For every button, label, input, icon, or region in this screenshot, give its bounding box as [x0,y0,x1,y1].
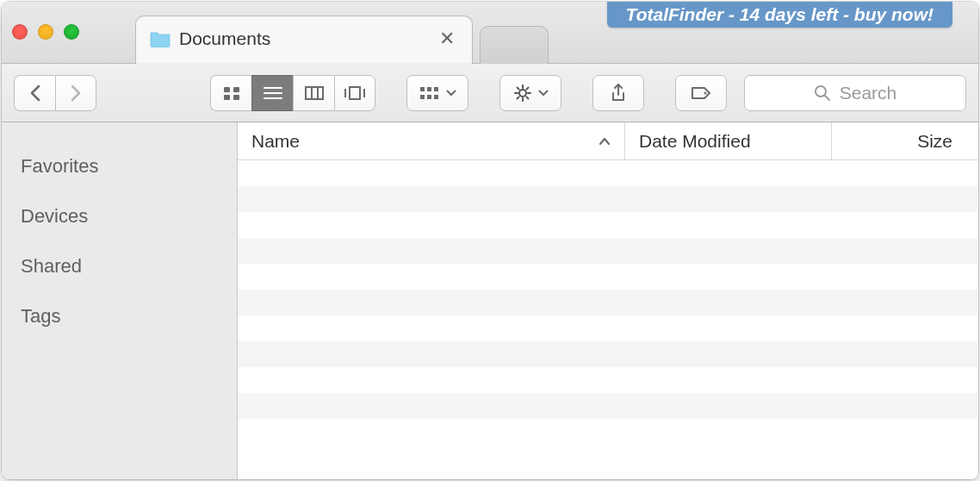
coverflow-icon [342,84,368,102]
svg-point-29 [816,86,826,97]
column-label: Size [917,131,952,152]
content: Name Date Modified Size [238,122,978,479]
svg-rect-15 [434,87,438,91]
list-row [238,186,978,212]
svg-line-30 [825,96,829,100]
chevron-left-icon [29,84,41,102]
folder-icon [150,30,171,47]
svg-rect-16 [420,95,425,99]
svg-rect-13 [420,87,425,91]
svg-rect-3 [233,95,239,100]
svg-line-24 [518,87,519,89]
svg-rect-14 [427,87,431,91]
sidebar-section-tags[interactable]: Tags [2,291,237,341]
chevron-right-icon [70,84,82,102]
svg-rect-2 [224,95,230,100]
list-row [238,341,978,367]
column-label: Date Modified [639,131,751,152]
list-row [238,290,978,315]
gear-icon [512,84,533,103]
svg-point-19 [519,90,526,97]
sidebar-section-shared[interactable]: Shared [2,241,237,291]
list-icon [262,84,284,102]
grid-icon [222,84,241,102]
svg-rect-7 [306,87,323,99]
search-icon [814,84,831,102]
file-list [238,160,978,479]
tab-title: Documents [179,28,436,49]
column-label: Name [251,131,300,152]
share-icon [610,83,627,103]
svg-rect-18 [434,95,438,99]
svg-point-28 [704,91,707,94]
forward-button[interactable] [55,75,96,111]
tab-bar: Documents ✕ [135,10,549,64]
toolbar: Search [2,64,978,122]
body: Favorites Devices Shared Tags Name Date … [2,122,978,479]
fullscreen-window-button[interactable] [64,24,79,40]
sort-ascending-icon [599,137,611,146]
sidebar: Favorites Devices Shared Tags [2,122,238,479]
list-row [238,264,978,290]
list-row [238,212,978,238]
chevron-down-icon [446,90,456,97]
columns-icon [303,84,326,102]
close-window-button[interactable] [12,24,28,40]
svg-line-27 [518,97,519,98]
svg-line-26 [526,87,528,89]
column-header-name[interactable]: Name [238,122,625,159]
arrange-icon [419,85,441,101]
list-row [238,238,978,264]
nav-buttons [14,75,96,111]
titlebar: Documents ✕ TotalFinder - 14 days left -… [2,2,978,64]
column-header-size[interactable]: Size [832,122,978,159]
svg-rect-1 [233,87,239,92]
tags-button[interactable] [675,75,727,111]
search-placeholder: Search [840,83,897,103]
traffic-lights [12,24,79,40]
back-button[interactable] [14,75,55,111]
close-tab-button[interactable]: ✕ [436,28,458,50]
arrange-button[interactable] [406,75,468,111]
list-row [238,315,978,341]
minimize-window-button[interactable] [38,24,53,40]
sidebar-section-favorites[interactable]: Favorites [2,141,237,191]
list-row [238,419,978,445]
list-row [238,367,978,393]
svg-rect-10 [350,87,360,99]
column-view-button[interactable] [293,75,334,111]
view-mode-group [210,75,375,111]
trial-banner[interactable]: TotalFinder - 14 days left - buy now! [607,2,952,28]
tab-documents[interactable]: Documents ✕ [135,16,473,64]
chevron-down-icon [538,90,549,97]
tag-icon [690,85,712,101]
icon-view-button[interactable] [210,75,251,111]
new-tab-button[interactable] [480,26,549,64]
finder-window: Documents ✕ TotalFinder - 14 days left -… [2,2,978,479]
column-headers: Name Date Modified Size [238,122,978,160]
sidebar-section-devices[interactable]: Devices [2,191,237,241]
gallery-view-button[interactable] [334,75,375,111]
list-view-button[interactable] [251,75,293,111]
svg-line-25 [526,97,528,98]
svg-rect-17 [427,95,431,99]
list-row [238,393,978,419]
list-row [238,160,978,186]
share-button[interactable] [592,75,644,111]
search-field[interactable]: Search [744,75,966,111]
column-header-date[interactable]: Date Modified [625,122,832,159]
action-button[interactable] [499,75,561,111]
svg-rect-0 [224,87,230,92]
